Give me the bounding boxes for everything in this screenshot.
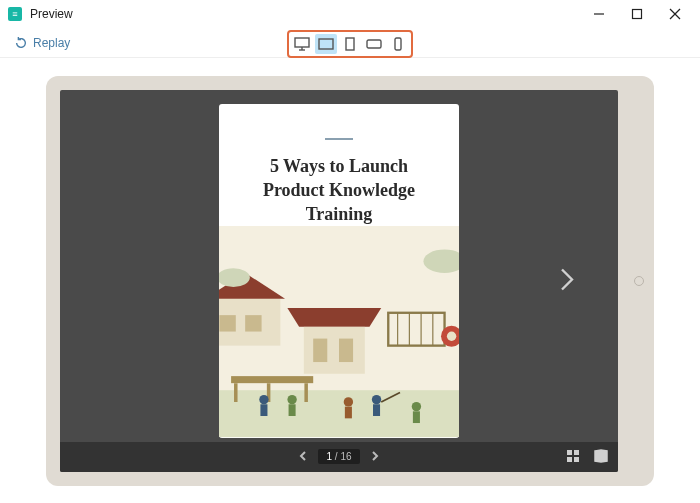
svg-rect-37	[345, 407, 352, 419]
viewer-bottombar: 1 / 16	[60, 442, 618, 472]
svg-rect-33	[260, 405, 267, 417]
svg-rect-9	[367, 40, 381, 48]
minimize-button[interactable]	[580, 0, 618, 28]
svg-rect-48	[574, 457, 579, 462]
device-tablet-portrait-button[interactable]	[339, 34, 361, 54]
thumbnails-button[interactable]	[566, 449, 580, 465]
next-page-small-button[interactable]	[370, 451, 380, 463]
document-title: 5 Ways to Launch Product Knowledge Train…	[219, 154, 459, 227]
svg-rect-1	[633, 10, 642, 19]
window-title: Preview	[30, 7, 73, 21]
tablet-home-icon	[634, 276, 644, 286]
next-page-button[interactable]	[558, 265, 576, 296]
svg-point-38	[372, 395, 381, 404]
replay-icon	[14, 36, 28, 50]
svg-rect-46	[574, 450, 579, 455]
tablet-frame: 5 Ways to Launch Product Knowledge Train…	[46, 76, 654, 486]
prev-page-small-button[interactable]	[298, 451, 308, 463]
spread-view-button[interactable]	[594, 449, 608, 465]
svg-rect-10	[395, 38, 401, 50]
title-bar: ≡ Preview	[0, 0, 700, 28]
svg-rect-18	[304, 327, 365, 374]
svg-point-34	[287, 395, 296, 404]
page-content[interactable]: 5 Ways to Launch Product Knowledge Train…	[219, 104, 459, 438]
svg-rect-47	[567, 457, 572, 462]
svg-rect-42	[413, 412, 420, 424]
device-phone-landscape-button[interactable]	[363, 34, 385, 54]
replay-button[interactable]: Replay	[14, 36, 70, 50]
svg-rect-45	[567, 450, 572, 455]
page-indicator[interactable]: 1 / 16	[318, 449, 359, 464]
maximize-button[interactable]	[618, 0, 656, 28]
svg-point-36	[344, 398, 353, 407]
device-desktop-button[interactable]	[291, 34, 313, 54]
svg-marker-17	[287, 308, 381, 327]
device-tablet-landscape-button[interactable]	[315, 34, 337, 54]
app-icon: ≡	[8, 7, 22, 21]
preview-canvas: 5 Ways to Launch Product Knowledge Train…	[0, 58, 700, 503]
svg-rect-8	[346, 38, 354, 50]
svg-rect-12	[219, 391, 459, 438]
svg-rect-19	[313, 339, 327, 362]
svg-rect-7	[319, 39, 333, 49]
cover-illustration-icon	[219, 226, 459, 437]
close-button[interactable]	[656, 0, 694, 28]
svg-rect-15	[219, 316, 235, 332]
svg-rect-39	[373, 405, 380, 417]
svg-rect-28	[231, 377, 313, 384]
svg-rect-16	[245, 316, 261, 332]
svg-rect-35	[289, 405, 296, 417]
svg-point-27	[447, 332, 456, 341]
svg-point-41	[412, 402, 421, 411]
flipbook-viewer: 5 Ways to Launch Product Knowledge Train…	[60, 90, 618, 472]
device-phone-portrait-button[interactable]	[387, 34, 409, 54]
decorative-divider-icon	[325, 138, 353, 140]
svg-rect-4	[295, 38, 309, 47]
pager: 1 / 16	[298, 449, 379, 464]
replay-label: Replay	[33, 36, 70, 50]
svg-point-32	[259, 395, 268, 404]
svg-rect-20	[339, 339, 353, 362]
device-selector	[287, 30, 413, 58]
toolbar: Replay	[0, 28, 700, 58]
